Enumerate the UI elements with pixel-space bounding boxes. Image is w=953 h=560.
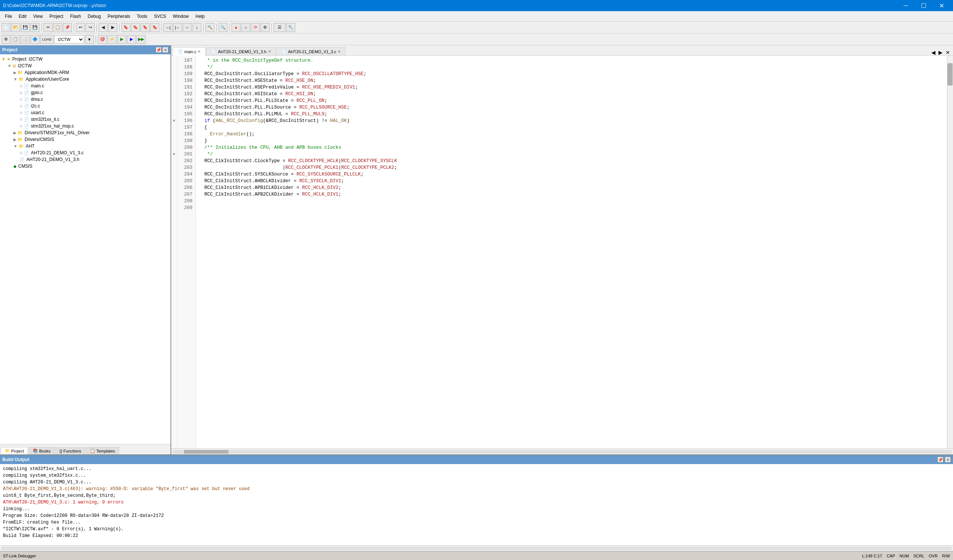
bookmark2-button[interactable]: 🔖 (131, 23, 140, 32)
maximize-button[interactable]: ☐ (915, 0, 932, 11)
tab-left-nav[interactable]: ◀ (930, 50, 937, 56)
tree-item-dma-c[interactable]: ⊕ 📄dma.c (0, 96, 171, 103)
menu-item-debug[interactable]: Debug (84, 12, 104, 21)
build-header-title: Build Output (2, 457, 29, 462)
tb2-debug-blue[interactable]: ▶ (127, 35, 136, 44)
tree-item-stm32f1xx-hal-msp-c[interactable]: ⊕ 📄stm32f1xx_hal_msp.c (0, 123, 171, 129)
ptab-icon: 📋 (90, 449, 95, 453)
menu-item-svcs[interactable]: SVCS (151, 12, 170, 21)
tb2-target-btn[interactable]: 🎯 (98, 35, 107, 44)
tree-item-gpio-c[interactable]: ⊕ 📄gpio.c (0, 89, 171, 96)
menu-item-file[interactable]: File (2, 12, 15, 21)
menu-item-view[interactable]: View (30, 12, 46, 21)
tree-item-AHT[interactable]: ▼ 📁AHT (0, 143, 171, 150)
new-button[interactable]: 📄 (2, 23, 11, 32)
menu-item-tools[interactable]: Tools (133, 12, 151, 21)
open-button[interactable]: 📂 (11, 23, 20, 32)
save-all-button[interactable]: 💾 (31, 23, 39, 32)
build-button[interactable]: 🔨 (205, 23, 214, 32)
project-tab-functions[interactable]: {}Functions (56, 447, 85, 455)
tree-item-main-c[interactable]: ⊕ 📄main.c (0, 82, 171, 89)
unindent-button[interactable]: |← (173, 23, 182, 32)
horizontal-scrollbar[interactable] (171, 449, 953, 455)
editor-tab-AHT20-21-DEMO-V1-3-c[interactable]: 📄AHT20-21_DEMO_V1_3.c✕ (276, 47, 346, 56)
bookmark4-button[interactable]: 🔖 (151, 23, 159, 32)
menu-item-help[interactable]: Help (192, 12, 208, 21)
tb2-flash-btn[interactable]: ⚡ (107, 35, 116, 44)
project-select[interactable]: I2CTW (54, 35, 84, 43)
tree-item-usart-c[interactable]: ⊕ 📄usart.c (0, 109, 171, 116)
tab-close-nav[interactable]: ✕ (944, 50, 951, 56)
menu-item-edit[interactable]: Edit (15, 12, 30, 21)
reset-button[interactable]: ⟳ (251, 23, 260, 32)
bookmark-button[interactable]: 🔖 (121, 23, 130, 32)
editor-tab-main-c[interactable]: 📄main.c✕ (173, 47, 205, 56)
menu-item-project[interactable]: Project (46, 12, 67, 21)
tb2-dropdown-btn[interactable]: ▼ (85, 35, 94, 44)
tb2-btn1[interactable]: ⚙ (2, 35, 11, 44)
tree-item-Project--I2CTW[interactable]: ▼ ★Project: I2CTW (0, 56, 171, 62)
options-button[interactable]: ☰ (274, 23, 286, 32)
project-tab-project[interactable]: 📁Project (1, 447, 28, 455)
editor-tab-AHT20-21-DEMO-V1-3-h[interactable]: 📄AHT20-21_DEMO_V1_3.h✕ (206, 47, 275, 56)
tb2-btn4[interactable]: 🔷 (31, 35, 39, 44)
indent-button[interactable]: →| (163, 23, 172, 32)
code-content[interactable]: * in the RCC_OscInitTypeDef structure. *… (196, 56, 947, 449)
find-button[interactable]: 🔍 (219, 23, 227, 32)
tree-item-i2c-c[interactable]: ⊕ 📄i2c.c (0, 103, 171, 109)
copy-button[interactable]: 📋 (53, 23, 62, 32)
app-title: D:\Cube\I2CTW\MDK-ARM\I2CTW.uvprojx - µV… (3, 3, 106, 8)
save-button[interactable]: 💾 (21, 23, 30, 32)
tab-close-btn[interactable]: ✕ (338, 50, 341, 54)
menu-item-flash[interactable]: Flash (67, 12, 84, 21)
tree-item-label: stm32f1xx_hal_msp.c (31, 124, 74, 128)
tree-item-CMSIS[interactable]: ◆CMSIS (0, 163, 171, 170)
tb2-debug-green[interactable]: ▶ (117, 35, 126, 44)
tree-item-label: dma.c (31, 97, 43, 102)
ptab-label: Templates (96, 449, 115, 453)
minimize-button[interactable]: ─ (897, 0, 914, 11)
indent2-button[interactable]: ↔ (183, 23, 192, 32)
tree-item-Application-MDK-ARM[interactable]: ▶ 📁Application/MDK-ARM (0, 69, 171, 76)
close-button[interactable]: ✕ (933, 0, 950, 11)
tree-item-AHT20-21-DEMO-V1-3-c[interactable]: ⊕ 📄AHT20-21_DEMO_V1_3.c (0, 150, 171, 156)
editor-tabs-right: ◀ ▶ ✕ (930, 50, 953, 56)
tb2-btn3[interactable]: ⬜ (21, 35, 30, 44)
tb2-btn5[interactable]: LOAD (40, 35, 54, 44)
tree-item-AHT20-21-DEMO-V1-3-h[interactable]: 📄AHT20-21_DEMO_V1_3.h (0, 156, 171, 163)
menu-item-window[interactable]: Window (169, 12, 192, 21)
tab-close-btn[interactable]: ✕ (268, 50, 271, 54)
build-close-button[interactable]: ✕ (945, 456, 951, 463)
tab-right-nav[interactable]: ▶ (937, 50, 944, 56)
tree-item-stm32f1xx-it-c[interactable]: ⊕ 📄stm32f1xx_it.c (0, 116, 171, 123)
nav-forward-button[interactable]: ▶ (108, 23, 117, 32)
tab-label: AHT20-21_DEMO_V1_3.h (218, 50, 266, 54)
paste-button[interactable]: 📌 (63, 23, 72, 32)
project-close-button[interactable]: ✕ (162, 47, 168, 53)
undo-button[interactable]: ↩ (76, 23, 85, 32)
debug-button[interactable]: ⚙ (261, 23, 270, 32)
run-button[interactable]: ● (231, 23, 241, 32)
tab-close-btn[interactable]: ✕ (198, 50, 201, 54)
vertical-scrollbar[interactable] (947, 56, 953, 449)
project-tab-books[interactable]: 📚Books (29, 447, 55, 455)
tree-item-I2CTW[interactable]: ▼ ⊞I2CTW (0, 62, 171, 69)
tree-item-Application-User-Core[interactable]: ▼ 📁Application/User/Core (0, 76, 171, 82)
indent3-button[interactable]: ↕ (192, 23, 202, 32)
tb2-run-btn[interactable]: ▶▶ (137, 35, 146, 44)
nav-back-button[interactable]: ◀ (99, 23, 107, 32)
tb2-btn2[interactable]: 📋 (11, 35, 20, 44)
project-tab-templates[interactable]: 📋Templates (86, 447, 119, 455)
cut-button[interactable]: ✂ (43, 23, 53, 32)
build-scrollbar[interactable] (0, 545, 953, 551)
project-header-buttons: 📌 ✕ (155, 47, 168, 53)
project-pin-button[interactable]: 📌 (155, 47, 161, 53)
build-pin-button[interactable]: 📌 (937, 456, 943, 463)
bookmark3-button[interactable]: 🔖 (141, 23, 150, 32)
redo-button[interactable]: ↪ (85, 23, 95, 32)
tree-item-Drivers-CMSIS[interactable]: ▶ 📁Drivers/CMSIS (0, 136, 171, 143)
menu-item-peripherals[interactable]: Peripherals (104, 12, 133, 21)
stop-button[interactable]: ○ (241, 23, 250, 32)
tree-item-Drivers-STM32F1xx-HAL-Driver[interactable]: ▶ 📁Drivers/STM32F1xx_HAL_Driver (0, 129, 171, 136)
settings-button[interactable]: 🔧 (286, 23, 295, 32)
